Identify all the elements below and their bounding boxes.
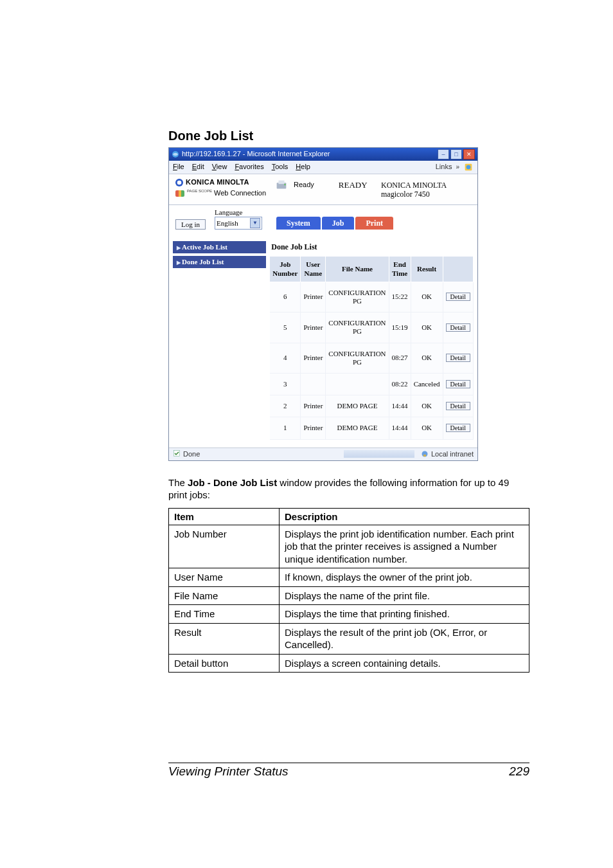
cell-result: OK [411, 395, 443, 417]
ie-logo-icon [463, 162, 474, 172]
window-minimize-button[interactable]: – [438, 149, 449, 159]
table-row: Job NumberDisplays the print job identif… [169, 525, 529, 568]
table-row: ResultDisplays the result of the print j… [169, 623, 529, 654]
detail-button[interactable]: Detail [446, 293, 470, 301]
brand-webconnection: Web Connection [214, 189, 266, 197]
cell-file-name: DEMO PAGE [326, 417, 389, 439]
table-row: User NameIf known, displays the owner of… [169, 568, 529, 587]
links-label[interactable]: Links [436, 163, 452, 171]
cell-file-name: CONFIGURATION PG [326, 343, 389, 373]
cell-result: Canceled [411, 373, 443, 395]
ie-icon [172, 150, 179, 158]
cell-user-name: Printer [301, 312, 326, 343]
menubar: File Edit View Favorites Tools Help Link… [169, 161, 477, 174]
cell-result: OK [411, 417, 443, 439]
table-row: 1PrinterDEMO PAGE14:44OKDetail [270, 417, 473, 439]
detail-button[interactable]: Detail [446, 402, 470, 410]
table-row: 5PrinterCONFIGURATION PG15:19OKDetail [270, 312, 473, 343]
cell-file-name: DEMO PAGE [326, 395, 389, 417]
intranet-icon [421, 450, 429, 458]
cell-job-number: 1 [270, 417, 301, 439]
menu-favorites[interactable]: Favorites [235, 163, 263, 171]
model-line1: KONICA MINOLTA [381, 181, 471, 190]
cell-job-number: 6 [270, 282, 301, 312]
detail-button[interactable]: Detail [446, 323, 470, 332]
tab-system[interactable]: System [276, 217, 321, 230]
cell-job-number: 5 [270, 312, 301, 343]
col-user-name: User Name [301, 257, 326, 282]
detail-button[interactable]: Detail [446, 380, 470, 388]
col-file-name: File Name [326, 257, 389, 282]
window-maximize-button[interactable]: □ [450, 149, 462, 159]
sidebar-item-active-job-list[interactable]: ▶Active Job List [173, 241, 266, 253]
sidebar-item-label: Done Job List [182, 258, 224, 266]
pagescope-label: PAGE SCOPE [187, 189, 212, 193]
cell-end-time: 08:27 [389, 343, 411, 373]
desc-text: Displays the print job identification nu… [280, 525, 529, 568]
cell-result: OK [411, 282, 443, 312]
menu-edit[interactable]: Edit [192, 163, 204, 171]
svg-point-3 [177, 180, 182, 185]
menu-view[interactable]: View [212, 163, 227, 171]
desc-header-description: Description [280, 508, 529, 525]
triangle-icon: ▶ [177, 260, 181, 266]
desc-item: Result [169, 623, 280, 654]
window-title: http://192.169.1.27 - Microsoft Internet… [182, 150, 330, 158]
detail-button[interactable]: Detail [446, 424, 470, 432]
tab-print[interactable]: Print [355, 217, 393, 230]
desc-text: Displays a screen containing details. [280, 654, 529, 673]
done-check-icon [173, 449, 181, 459]
language-select[interactable]: English ▼ [215, 217, 262, 230]
tab-job[interactable]: Job [322, 217, 355, 230]
cell-detail: Detail [443, 395, 473, 417]
footer-title: Viewing Printer Status [168, 764, 289, 779]
cell-detail: Detail [443, 373, 473, 395]
window-close-button[interactable]: ✕ [463, 149, 475, 159]
controls-row: Log in Language English ▼ System Job Pri… [169, 205, 477, 236]
pagescope-icon [175, 190, 184, 197]
model-line2: magicolor 7450 [381, 190, 471, 199]
table-row: 6PrinterCONFIGURATION PG15:22OKDetail [270, 282, 473, 312]
login-button[interactable]: Log in [175, 219, 206, 230]
cell-user-name: Printer [301, 343, 326, 373]
cell-user-name: Printer [301, 282, 326, 312]
km-badge-icon [175, 179, 183, 186]
cell-result: OK [411, 343, 443, 373]
desc-item: Job Number [169, 525, 280, 568]
table-row: 2PrinterDEMO PAGE14:44OKDetail [270, 395, 473, 417]
chevron-down-icon[interactable]: ▼ [250, 218, 260, 228]
desc-text: Displays the result of the print job (OK… [280, 623, 529, 654]
language-label: Language [215, 208, 262, 217]
cell-end-time: 15:19 [389, 312, 411, 343]
desc-text: Displays the name of the print file. [280, 586, 529, 605]
cell-job-number: 3 [270, 373, 301, 395]
table-row: End TimeDisplays the time that printing … [169, 605, 529, 624]
desc-header-item: Item [169, 508, 280, 525]
col-result: Result [411, 257, 443, 282]
col-job-number: Job Number [270, 257, 301, 282]
table-row: 308:22CanceledDetail [270, 373, 473, 395]
brand-km: KONICA MINOLTA [186, 178, 249, 186]
menu-file[interactable]: File [173, 163, 184, 171]
cell-end-time: 14:44 [389, 417, 411, 439]
description-table: Item Description Job NumberDisplays the … [168, 508, 529, 673]
status-text: READY [339, 180, 368, 190]
desc-item: File Name [169, 586, 280, 605]
col-end-time: End Time [389, 257, 411, 282]
sidebar-item-done-job-list[interactable]: ▶Done Job List [173, 256, 266, 268]
desc-item: End Time [169, 605, 280, 624]
menu-help[interactable]: Help [296, 163, 310, 171]
window-titlebar: http://192.169.1.27 - Microsoft Internet… [169, 148, 477, 161]
menu-tools[interactable]: Tools [272, 163, 289, 171]
detail-button[interactable]: Detail [446, 354, 470, 362]
desc-text: If known, displays the owner of the prin… [280, 568, 529, 587]
svg-point-6 [284, 184, 286, 186]
language-value: English [217, 219, 238, 228]
printer-status-icon [274, 178, 289, 192]
desc-item: Detail button [169, 654, 280, 673]
cell-detail: Detail [443, 343, 473, 373]
cell-file-name: CONFIGURATION PG [326, 282, 389, 312]
cell-end-time: 08:22 [389, 373, 411, 395]
statusbar-zone: Local intranet [431, 450, 474, 458]
links-chevron-icon[interactable]: » [456, 163, 459, 171]
